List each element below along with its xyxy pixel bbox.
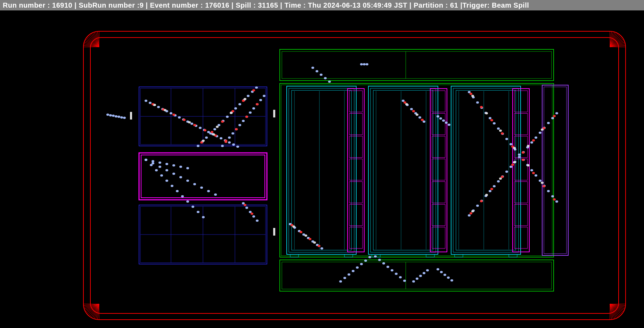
svg-point-340 bbox=[476, 205, 479, 207]
svg-point-291 bbox=[403, 101, 406, 104]
svg-point-274 bbox=[292, 226, 295, 228]
svg-point-299 bbox=[445, 122, 448, 124]
svg-point-233 bbox=[152, 162, 154, 164]
svg-point-289 bbox=[418, 116, 421, 118]
svg-point-226 bbox=[152, 160, 154, 162]
svg-point-324 bbox=[480, 106, 483, 108]
event-display-canvas[interactable] bbox=[0, 10, 644, 328]
svg-point-173 bbox=[172, 114, 175, 116]
svg-point-199 bbox=[211, 131, 213, 133]
partition-label: Partition : bbox=[414, 1, 448, 9]
svg-point-149 bbox=[149, 102, 152, 104]
svg-point-378 bbox=[352, 270, 354, 272]
svg-point-202 bbox=[242, 100, 245, 102]
run-label: Run number : bbox=[3, 1, 50, 9]
svg-point-354 bbox=[535, 137, 537, 139]
svg-point-359 bbox=[555, 112, 558, 114]
svg-point-303 bbox=[476, 101, 479, 104]
svg-rect-91 bbox=[542, 85, 568, 255]
detector-svg bbox=[0, 10, 644, 328]
svg-point-243 bbox=[145, 159, 147, 161]
svg-rect-125 bbox=[430, 89, 447, 252]
svg-point-369 bbox=[471, 210, 474, 212]
svg-point-348 bbox=[510, 166, 512, 168]
svg-point-328 bbox=[522, 159, 524, 161]
svg-point-390 bbox=[403, 280, 406, 282]
svg-point-375 bbox=[339, 280, 342, 282]
trigger-value: Beam Spill bbox=[492, 1, 529, 9]
svg-point-144 bbox=[115, 115, 117, 117]
svg-point-161 bbox=[199, 127, 202, 129]
svg-rect-131 bbox=[432, 204, 445, 226]
svg-point-396 bbox=[437, 268, 439, 270]
svg-rect-72 bbox=[139, 153, 267, 200]
svg-point-281 bbox=[328, 81, 331, 83]
svg-point-166 bbox=[220, 137, 222, 139]
svg-point-397 bbox=[440, 271, 443, 273]
svg-point-331 bbox=[553, 198, 556, 200]
svg-point-141 bbox=[106, 114, 109, 116]
spill-label: Spill : bbox=[236, 1, 256, 9]
svg-point-156 bbox=[178, 116, 181, 118]
svg-point-344 bbox=[493, 185, 496, 187]
svg-point-338 bbox=[468, 214, 471, 216]
svg-point-358 bbox=[551, 117, 554, 119]
svg-point-308 bbox=[497, 128, 500, 130]
svg-rect-128 bbox=[432, 136, 445, 157]
svg-point-377 bbox=[348, 273, 350, 276]
svg-point-325 bbox=[490, 119, 493, 121]
svg-point-271 bbox=[300, 231, 302, 233]
svg-point-221 bbox=[225, 141, 227, 143]
time-value: Thu 2024-06-13 05:49:49 JST bbox=[308, 1, 407, 9]
svg-point-187 bbox=[213, 128, 216, 130]
svg-point-169 bbox=[232, 144, 235, 146]
svg-point-183 bbox=[197, 145, 199, 147]
svg-point-285 bbox=[402, 100, 405, 102]
svg-point-255 bbox=[242, 202, 245, 204]
svg-point-295 bbox=[416, 114, 418, 116]
svg-rect-86 bbox=[281, 85, 552, 256]
svg-point-323 bbox=[470, 93, 472, 95]
svg-rect-81 bbox=[273, 110, 275, 117]
svg-point-245 bbox=[155, 169, 158, 171]
svg-point-306 bbox=[489, 117, 491, 119]
svg-point-190 bbox=[226, 116, 229, 118]
svg-point-373 bbox=[527, 145, 530, 147]
svg-point-185 bbox=[205, 137, 208, 139]
svg-rect-95 bbox=[292, 90, 351, 250]
svg-point-310 bbox=[505, 138, 508, 140]
svg-point-242 bbox=[214, 194, 217, 196]
svg-point-320 bbox=[547, 190, 550, 192]
svg-point-181 bbox=[188, 121, 191, 123]
svg-point-216 bbox=[249, 112, 252, 114]
svg-point-143 bbox=[112, 115, 115, 117]
svg-point-198 bbox=[200, 141, 203, 144]
svg-point-201 bbox=[231, 110, 234, 112]
svg-point-365 bbox=[522, 151, 524, 154]
svg-point-307 bbox=[493, 122, 496, 124]
svg-point-252 bbox=[191, 206, 194, 208]
subrun-label: SubRun number : bbox=[79, 1, 139, 9]
svg-point-228 bbox=[165, 163, 168, 165]
svg-point-217 bbox=[252, 107, 255, 109]
svg-point-176 bbox=[204, 129, 206, 131]
svg-rect-126 bbox=[432, 91, 445, 112]
svg-point-197 bbox=[255, 87, 258, 89]
svg-point-200 bbox=[221, 121, 224, 123]
svg-rect-82 bbox=[273, 228, 275, 236]
svg-point-253 bbox=[197, 211, 199, 213]
svg-point-380 bbox=[360, 263, 363, 265]
svg-point-195 bbox=[247, 95, 250, 97]
svg-point-146 bbox=[120, 116, 123, 118]
svg-rect-87 bbox=[280, 260, 554, 291]
svg-point-227 bbox=[158, 162, 161, 164]
run-value: 16910 bbox=[52, 1, 72, 9]
svg-point-214 bbox=[242, 120, 245, 122]
svg-rect-101 bbox=[368, 86, 438, 254]
svg-point-330 bbox=[543, 185, 545, 187]
partition-value: 61 bbox=[450, 1, 458, 9]
svg-point-296 bbox=[437, 115, 439, 117]
svg-point-231 bbox=[186, 167, 189, 169]
svg-point-220 bbox=[263, 95, 266, 97]
svg-point-222 bbox=[235, 128, 238, 130]
